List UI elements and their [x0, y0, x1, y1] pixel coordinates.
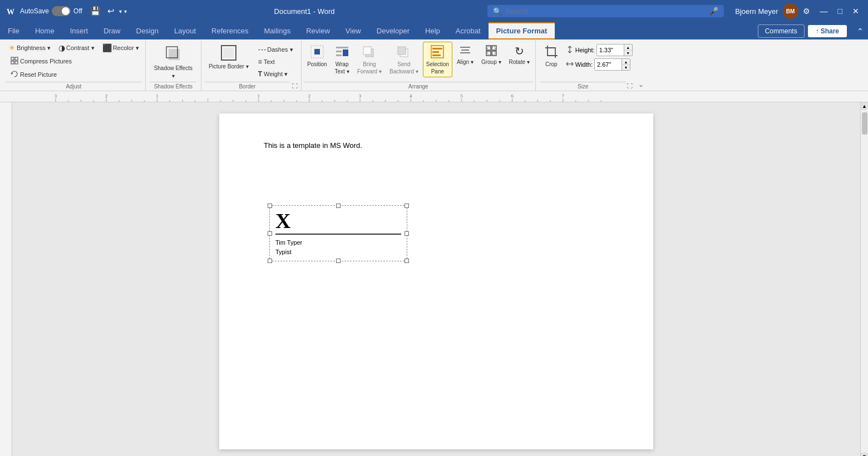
bring-forward-button[interactable]: Bring Forward ▾ — [354, 42, 385, 77]
picture-border-button[interactable]: Picture Border ▾ — [205, 42, 253, 72]
tab-draw[interactable]: Draw — [96, 23, 128, 38]
adjust-group-label: Adjust — [6, 82, 142, 90]
tab-mailings[interactable]: Mailings — [257, 23, 299, 38]
reset-icon — [11, 70, 18, 79]
contrast-button[interactable]: ◑ Contrast ▾ — [56, 42, 97, 54]
minimize-button[interactable]: — — [816, 6, 832, 17]
ribbon-content: ☀ Brightness ▾ ◑ Contrast ▾ ⬛ Recolor ▾ — [0, 39, 868, 91]
position-button[interactable]: Position — [304, 42, 331, 70]
compress-icon — [11, 57, 18, 66]
width-down-button[interactable]: ▼ — [622, 65, 630, 70]
resize-handle-ml[interactable] — [268, 231, 272, 236]
undo-dropdown[interactable]: ▾ — [119, 8, 122, 14]
rotate-button[interactable]: ↻ Rotate ▾ — [506, 42, 533, 68]
crop-button[interactable]: Crop — [540, 42, 563, 70]
wrap-text-icon — [335, 44, 349, 60]
dashes-button[interactable]: - - - Dashes ▾ — [255, 44, 297, 55]
tab-layout[interactable]: Layout — [166, 23, 204, 38]
weight-button[interactable]: ≡ Text — [255, 56, 297, 67]
tab-picture-format[interactable]: Picture Format — [489, 22, 555, 39]
tab-view[interactable]: View — [338, 23, 369, 38]
maximize-button[interactable]: □ — [834, 6, 847, 17]
scroll-up-button[interactable]: ▲ — [861, 102, 869, 110]
microphone-icon[interactable]: 🎤 — [709, 7, 718, 16]
save-button[interactable]: 💾 — [88, 5, 103, 17]
resize-handle-mr[interactable] — [405, 231, 409, 236]
svg-rect-13 — [336, 51, 342, 52]
vertical-scrollbar[interactable]: ▲ ▼ — [860, 102, 868, 456]
border-group-label: Border — [205, 82, 290, 90]
customize-qat[interactable]: ▾ — [124, 8, 127, 14]
bring-forward-icon — [362, 44, 377, 60]
autosave-label: AutoSave — [20, 7, 49, 15]
tab-review[interactable]: Review — [298, 23, 338, 38]
selection-pane-button[interactable]: Selection Pane — [423, 42, 452, 77]
ribbon-group-size: Crop Height: ▲ — [536, 41, 637, 91]
close-button[interactable]: ✕ — [848, 6, 864, 17]
resize-handle-br[interactable] — [405, 259, 409, 263]
title-bar: W AutoSave Off 💾 ↩ ▾ ▾ Document1 - Word … — [0, 0, 868, 22]
horizontal-ruler — [0, 91, 868, 102]
text-button[interactable]: T Weight ▾ — [255, 68, 297, 80]
scrollbar-thumb[interactable] — [862, 112, 867, 135]
svg-rect-5 — [15, 61, 18, 64]
brightness-button[interactable]: ☀ Brightness ▾ — [6, 42, 53, 54]
document-title: Document1 - Word — [132, 7, 476, 16]
tab-references[interactable]: References — [204, 23, 256, 38]
autosave-toggle[interactable] — [52, 6, 71, 16]
svg-rect-15 — [336, 54, 342, 56]
resize-handle-bl[interactable] — [268, 259, 272, 263]
document-page: This is a template in MS Word. X Tim Typ… — [219, 113, 653, 449]
width-label: Width: — [575, 61, 593, 68]
resize-handle-tr[interactable] — [405, 204, 409, 208]
shadow-effects-button[interactable]: Shadow Effects ▾ — [150, 42, 196, 82]
shadow-icon — [164, 44, 182, 63]
scroll-down-button[interactable]: ▼ — [861, 453, 869, 456]
user-name[interactable]: Bjoern Meyer — [735, 7, 778, 16]
reset-picture-button[interactable]: Reset Picture — [8, 68, 142, 81]
svg-rect-23 — [432, 54, 441, 56]
settings-icon[interactable]: ⚙ — [803, 7, 810, 16]
tab-help[interactable]: Help — [417, 23, 448, 38]
signature-block[interactable]: X Tim Typer Typist — [269, 205, 407, 261]
tab-file[interactable]: File — [0, 23, 27, 38]
send-backward-button[interactable]: Send Backward ▾ — [386, 42, 422, 77]
tab-insert[interactable]: Insert — [62, 23, 96, 38]
dashes-icon: - - - — [258, 46, 266, 53]
compress-pictures-button[interactable]: Compress Pictures — [8, 55, 142, 67]
autosave-section: AutoSave Off — [20, 6, 82, 16]
border-expand-icon[interactable]: ⛶ — [292, 83, 298, 89]
height-down-button[interactable]: ▼ — [624, 50, 632, 56]
height-input[interactable] — [597, 44, 624, 56]
tab-developer[interactable]: Developer — [369, 23, 417, 38]
ribbon-more-button[interactable]: ⌄ — [637, 80, 645, 90]
height-up-button[interactable]: ▲ — [624, 44, 632, 50]
tab-design[interactable]: Design — [129, 23, 166, 38]
autosave-state: Off — [73, 7, 82, 15]
svg-rect-21 — [432, 48, 442, 49]
search-bar: 🔍 🎤 — [487, 5, 724, 17]
crop-icon — [544, 44, 559, 60]
size-expand-icon[interactable]: ⛶ — [627, 83, 633, 89]
resize-handle-tl[interactable] — [268, 204, 272, 208]
svg-rect-2 — [11, 57, 14, 60]
ribbon-group-arrange: Position Wrap Text ▾ — [302, 41, 536, 91]
search-input[interactable] — [505, 7, 706, 16]
comments-button[interactable]: Comments — [758, 24, 805, 38]
undo-button[interactable]: ↩ — [105, 5, 117, 17]
group-button[interactable]: Group ▾ — [478, 42, 505, 68]
recolor-button[interactable]: ⬛ Recolor ▾ — [100, 42, 142, 54]
avatar[interactable]: BM — [783, 3, 798, 19]
wrap-text-button[interactable]: Wrap Text ▾ — [332, 42, 353, 77]
width-input[interactable] — [595, 59, 622, 70]
quick-access-toolbar: 💾 ↩ ▾ ▾ — [88, 5, 127, 17]
resize-handle-bc[interactable] — [336, 259, 341, 263]
resize-handle-tc[interactable] — [336, 204, 341, 208]
tab-acrobat[interactable]: Acrobat — [448, 23, 489, 38]
tab-home[interactable]: Home — [27, 23, 62, 38]
ribbon-collapse-button[interactable]: ⌃ — [852, 24, 868, 38]
share-button[interactable]: ↑Share — [808, 25, 847, 37]
width-up-button[interactable]: ▲ — [622, 59, 630, 65]
align-button[interactable]: Align ▾ — [453, 42, 477, 68]
svg-rect-27 — [486, 46, 491, 50]
